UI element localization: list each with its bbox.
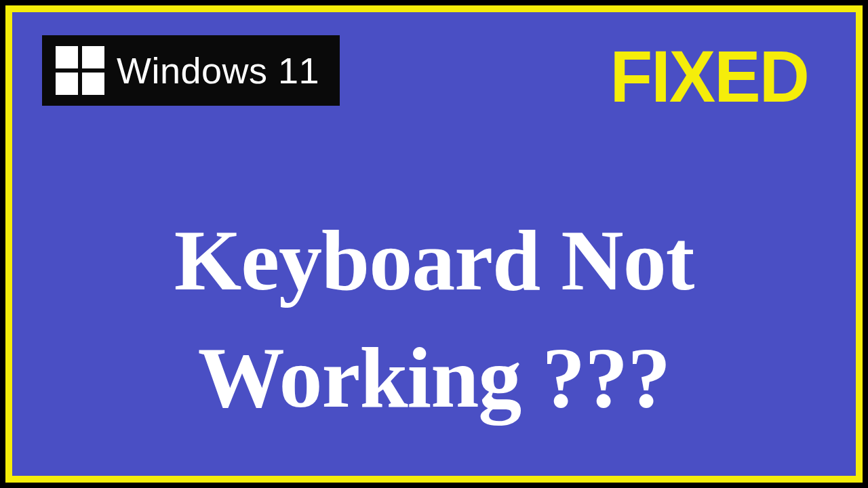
headline-text: Keyboard Not Working ??? <box>12 202 856 436</box>
thumbnail-frame: Windows 11 FIXED Keyboard Not Working ??… <box>5 5 863 483</box>
windows-badge: Windows 11 <box>42 35 340 106</box>
headline-line-1: Keyboard Not <box>12 202 856 319</box>
headline-line-2: Working ??? <box>12 319 856 436</box>
windows-badge-label: Windows 11 <box>117 49 319 92</box>
windows-logo-icon <box>56 46 104 95</box>
fixed-status-label: FIXED <box>610 34 808 119</box>
